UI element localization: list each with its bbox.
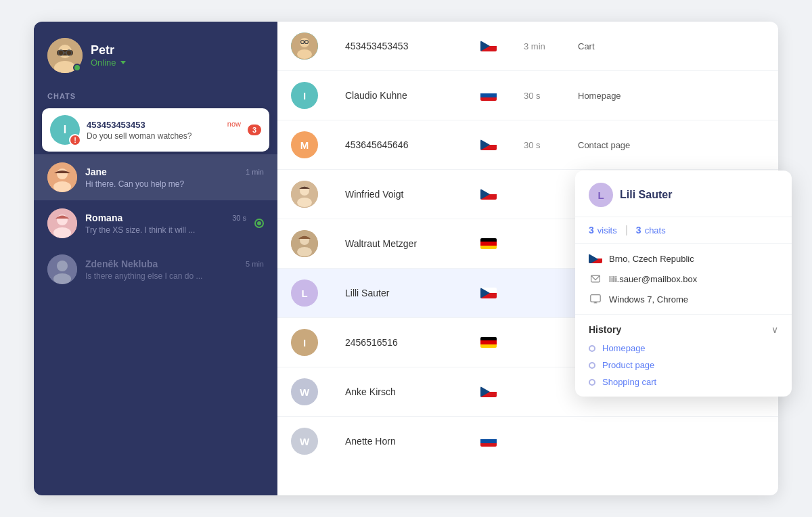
visitor-avatar: I: [291, 82, 318, 109]
visit-page: Homepage: [578, 91, 621, 101]
visitor-name: Anette Horn: [345, 436, 396, 447]
svg-point-9: [53, 181, 71, 192]
flag-cz: [480, 189, 497, 200]
popup-chats-count: 3: [636, 225, 641, 235]
visitor-popup-card: L Lili Sauter 3 visits | 3 chats: [575, 171, 792, 397]
history-title: History: [589, 324, 621, 335]
status-chevron-icon: [120, 61, 126, 64]
popup-visits-count: 3: [589, 225, 594, 235]
exclamation-badge: !: [69, 134, 81, 146]
chat-time-jane: 1 min: [246, 168, 264, 176]
popup-stats: 3 visits | 3 chats: [575, 217, 792, 244]
popup-name: Lili Sauter: [620, 189, 672, 201]
visitor-avatar: W: [291, 428, 318, 455]
user-name: Petr: [91, 43, 126, 58]
chat-preview-zdenek: Is there anything else I can do ...: [85, 271, 264, 281]
chat-item-453453453453[interactable]: I ! 453453453453 now Do you sell woman w…: [42, 108, 269, 152]
svg-rect-31: [591, 295, 600, 302]
chat-preview-romana: Try the XS size. I think it will ...: [85, 225, 246, 235]
chat-content-jane: Jane 1 min Hi there. Can you help me?: [85, 166, 264, 189]
flag-sk: [480, 436, 497, 447]
history-dot: [589, 379, 595, 386]
chat-name-zdenek: Zdeněk Nekluba: [85, 258, 158, 269]
popup-details: Brno, Czech Republic lili.sauer@mailbox.…: [575, 244, 792, 315]
popup-detail-location: Brno, Czech Republic: [589, 252, 778, 265]
flag-de: [480, 238, 497, 249]
chat-avatar-romana: [47, 208, 77, 238]
first-chat-time: now: [227, 120, 241, 130]
history-header: History ∨: [589, 324, 778, 335]
chat-item-zdenek[interactable]: Zdeněk Nekluba 5 min Is there anything e…: [34, 246, 277, 292]
history-item-product[interactable]: Product page: [589, 360, 778, 370]
history-section: History ∨ Homepage Product page Shopping…: [575, 315, 792, 397]
visitor-name: 2456516516: [345, 337, 398, 348]
popup-visits-label: visits: [597, 225, 617, 235]
visit-time: 3 min: [524, 41, 545, 51]
chat-item-jane[interactable]: Jane 1 min Hi there. Can you help me?: [34, 154, 277, 200]
popup-email-text: lili.sauer@mailbox.box: [609, 274, 697, 284]
visitor-avatar: [291, 32, 318, 60]
user-avatar-container: [47, 38, 83, 73]
chat-avatar-zdenek: [47, 254, 77, 284]
history-item-cart[interactable]: Shopping cart: [589, 377, 778, 387]
visitor-avatar: [291, 181, 318, 208]
visitor-avatar-lilli: L: [291, 279, 318, 307]
user-status-dot: [73, 64, 81, 72]
flag-cz: [480, 139, 497, 150]
history-link-product[interactable]: Product page: [602, 360, 654, 370]
table-row[interactable]: I Claudio Kuhne 30 s Homepage: [277, 71, 778, 120]
flag-sk: [480, 90, 497, 101]
first-chat-preview: Do you sell woman watches?: [87, 131, 241, 141]
chat-time-romana: 30 s: [232, 214, 246, 222]
chat-indicator-icon: [254, 219, 264, 228]
table-row[interactable]: 453453453453 3 min Cart: [277, 22, 778, 71]
chat-name-romana: Romana: [85, 212, 122, 223]
chat-content-romana: Romana 30 s Try the XS size. I think it …: [85, 212, 246, 235]
chat-name-jane: Jane: [85, 166, 107, 177]
location-icon: [589, 252, 602, 265]
visit-time: 30 s: [524, 140, 541, 150]
history-chevron-icon[interactable]: ∨: [771, 324, 778, 335]
svg-point-14: [257, 221, 261, 225]
first-chat-content: 453453453453 now Do you sell woman watch…: [87, 120, 241, 141]
history-dot: [589, 362, 595, 369]
history-items: Homepage Product page Shopping cart: [589, 343, 778, 387]
popup-chats-label: chats: [645, 225, 666, 235]
chat-item-romana[interactable]: Romana 30 s Try the XS size. I think it …: [34, 200, 277, 246]
visitor-name: Claudio Kuhne: [345, 90, 407, 101]
chat-time-zdenek: 5 min: [246, 260, 264, 268]
visitor-name: Anke Kirsch: [345, 386, 396, 397]
chat-avatar-first: I !: [50, 115, 80, 145]
popup-avatar: L: [589, 183, 613, 207]
popup-location-text: Brno, Czech Republic: [609, 254, 694, 264]
first-chat-badge: 3: [248, 125, 261, 135]
svg-point-20: [297, 49, 312, 59]
main-content: 453453453453 3 min Cart I Claudio Kuhne …: [277, 22, 778, 495]
status-text: Online: [91, 58, 116, 68]
flag-cz: [480, 41, 497, 51]
history-link-homepage[interactable]: Homepage: [602, 343, 646, 353]
visitor-name: 453645645646: [345, 139, 408, 150]
popup-stats-divider: |: [625, 224, 628, 236]
chat-content-zdenek: Zdeněk Nekluba 5 min Is there anything e…: [85, 258, 264, 281]
history-item-homepage[interactable]: Homepage: [589, 343, 778, 353]
table-row[interactable]: W Anette Horn: [277, 417, 778, 466]
flag-cz: [480, 386, 497, 397]
svg-point-8: [57, 168, 68, 179]
chat-preview-jane: Hi there. Can you help me?: [85, 179, 264, 189]
user-info: Petr Online: [91, 43, 126, 68]
popup-avatar-letter: L: [597, 189, 604, 201]
chat-top-zdenek: Zdeněk Nekluba 5 min: [85, 258, 264, 269]
history-link-cart[interactable]: Shopping cart: [602, 377, 656, 387]
visitor-avatar: [291, 230, 318, 257]
svg-point-17: [53, 273, 71, 284]
chats-section-label: CHATS: [34, 87, 277, 107]
visitor-name: 453453453453: [345, 41, 408, 51]
visitor-name-lilli: Lilli Sauter: [345, 288, 389, 298]
visit-time: 30 s: [524, 91, 541, 101]
user-status[interactable]: Online: [91, 58, 126, 68]
first-chat-name: 453453453453: [87, 120, 145, 130]
chat-list: Jane 1 min Hi there. Can you help me?: [34, 154, 277, 495]
popup-detail-email: lili.sauer@mailbox.box: [589, 272, 778, 286]
table-row[interactable]: M 453645645646 30 s Contact page: [277, 120, 778, 170]
